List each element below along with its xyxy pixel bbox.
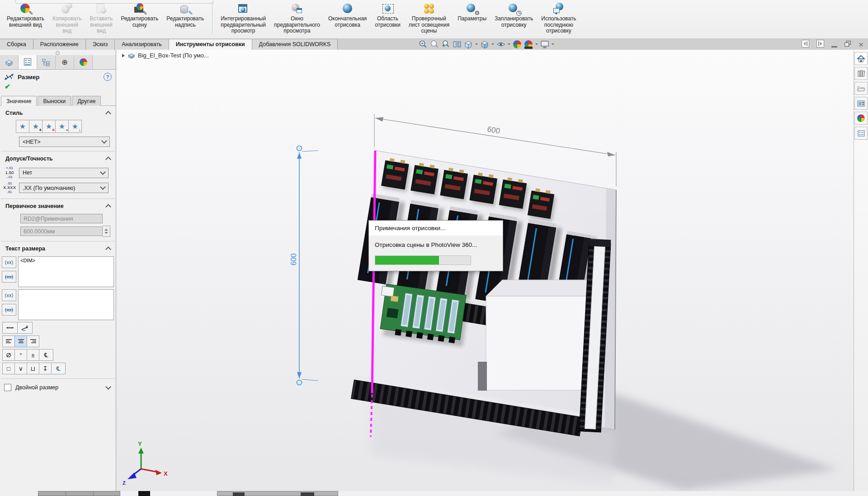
- tree-node-label[interactable]: Big_El_Box-Test (По умо...: [138, 52, 209, 59]
- schedule-render-button[interactable]: ◷ Запланировать отрисовку: [491, 2, 537, 29]
- section-view-icon[interactable]: [452, 39, 462, 49]
- apply-scene-icon[interactable]: [524, 39, 533, 49]
- dimension-handle-bottom[interactable]: [297, 380, 302, 385]
- dimension-text-main[interactable]: <DIM>: [18, 256, 114, 287]
- edit-appearance-button[interactable]: ✎ Редактировать внешний вид: [3, 2, 48, 29]
- dimension-text-section-header[interactable]: Текст размера: [0, 241, 116, 254]
- appearances-scenes-button[interactable]: [854, 112, 868, 125]
- style-section-header[interactable]: Стиль: [0, 106, 116, 118]
- value-stepper[interactable]: [103, 226, 110, 237]
- collapse-chevron-icon[interactable]: [105, 204, 111, 210]
- apply-scene-caret[interactable]: [535, 43, 538, 45]
- load-style-button[interactable]: ★↓: [68, 120, 82, 133]
- tab-solidworks-addins[interactable]: Добавления SOLIDWORKS: [252, 39, 338, 50]
- dimension-value-field[interactable]: [20, 227, 103, 236]
- panel-splitter-grip[interactable]: [0, 50, 116, 55]
- view-orientation-icon[interactable]: [463, 39, 473, 49]
- subtab-value[interactable]: Значение: [1, 96, 37, 106]
- collapse-left-pane-button[interactable]: [802, 40, 809, 49]
- tab-display-manager[interactable]: [74, 55, 93, 69]
- dimension-left-selected[interactable]: 600: [290, 146, 318, 385]
- restore-button[interactable]: [844, 41, 851, 49]
- depth-symbol-button[interactable]: ↧: [39, 363, 52, 374]
- close-button[interactable]: ×: [859, 42, 863, 48]
- dimension-text-secondary[interactable]: [18, 289, 114, 320]
- tolerance-dropdown[interactable]: Нет: [19, 168, 108, 178]
- centerline-symbol-button[interactable]: ℄: [39, 349, 53, 361]
- custom-properties-button[interactable]: [854, 127, 868, 140]
- edit-appearance-hud-icon[interactable]: [512, 39, 522, 49]
- edit-scene-button[interactable]: ✎ Редактировать сцену: [117, 2, 162, 29]
- tab-feature-manager[interactable]: [0, 55, 19, 69]
- tab-property-manager[interactable]: [19, 55, 37, 69]
- home-tab-button[interactable]: [854, 52, 868, 65]
- ok-checkmark[interactable]: ✔: [0, 82, 116, 94]
- delete-style-button[interactable]: ★×: [42, 120, 56, 133]
- countersink-symbol-button[interactable]: ∨: [14, 363, 27, 374]
- hide-show-caret[interactable]: [508, 43, 510, 45]
- tree-expand-arrow[interactable]: [122, 54, 125, 57]
- display-style-icon[interactable]: [480, 39, 490, 49]
- expand-right-pane-button[interactable]: [816, 40, 824, 49]
- render-progress-dialog[interactable]: Примечания отрисовки... Отрисовка сцены …: [368, 220, 503, 271]
- tab-sketch[interactable]: Эскиз: [86, 39, 115, 50]
- apply-default-style-button[interactable]: ★: [16, 120, 29, 133]
- tolerance-section-header[interactable]: Допуск/Точность: [0, 151, 116, 164]
- dual-dimension-checkbox[interactable]: [4, 384, 11, 391]
- degree-symbol-button[interactable]: °: [14, 349, 27, 361]
- dimension-left-label[interactable]: 600: [290, 253, 297, 265]
- minimize-button[interactable]: [831, 46, 837, 47]
- hide-show-items-icon[interactable]: [496, 39, 506, 49]
- dimension-top-label[interactable]: 600: [486, 125, 500, 135]
- tab-assembly[interactable]: Сборка: [0, 39, 33, 50]
- horizontal-text-button[interactable]: x: [2, 322, 18, 334]
- diameter-symbol-button[interactable]: Ø: [2, 349, 15, 361]
- tab-render-tools[interactable]: Инструменты отрисовки: [169, 39, 252, 50]
- justify-left-button[interactable]: [2, 335, 15, 347]
- dimension-handle-top[interactable]: [297, 146, 302, 151]
- scene-illumination-proof-button[interactable]: Проверочный лист освещения сцены: [405, 2, 453, 35]
- design-library-button[interactable]: [854, 67, 868, 80]
- plus-minus-symbol-button[interactable]: ±: [27, 349, 39, 361]
- primary-value-section-header[interactable]: Первичное значение: [0, 199, 116, 212]
- no-fit-text-button[interactable]: (xx): [2, 271, 16, 283]
- zoom-in-out-icon[interactable]: [441, 39, 451, 49]
- file-explorer-button[interactable]: [854, 82, 868, 95]
- final-render-button[interactable]: Окончательная отрисовка: [324, 2, 371, 29]
- tab-dimxpert-manager[interactable]: ⊕: [56, 55, 74, 69]
- zoom-fit-icon[interactable]: [418, 39, 428, 49]
- view-settings-icon[interactable]: [540, 39, 550, 49]
- fit-text-button-2[interactable]: (xx): [2, 289, 16, 301]
- integrated-preview-button[interactable]: Интегрированный предварительный просмотр: [217, 2, 270, 35]
- display-style-caret[interactable]: [491, 43, 494, 45]
- square-symbol-button[interactable]: □: [2, 363, 15, 374]
- expand-chevron-icon[interactable]: [105, 384, 111, 390]
- help-button[interactable]: ?: [104, 73, 112, 81]
- tab-evaluate[interactable]: Анализировать: [115, 39, 169, 50]
- justify-right-button[interactable]: [27, 335, 39, 347]
- save-style-button[interactable]: ★▪: [55, 120, 69, 133]
- more-symbols-button[interactable]: ℄: [51, 363, 66, 374]
- view-palette-button[interactable]: [854, 97, 868, 110]
- dimension-name-field[interactable]: [20, 214, 103, 223]
- recall-last-render-button[interactable]: ◂ Использовать последнюю отрисовку: [537, 2, 580, 35]
- subtab-leaders[interactable]: Выноски: [38, 96, 71, 106]
- precision-dropdown[interactable]: .XX (По умолчанию): [19, 183, 108, 193]
- collapse-chevron-icon[interactable]: [105, 156, 111, 162]
- style-dropdown[interactable]: <НЕТ>: [19, 137, 110, 147]
- preview-window-button[interactable]: Окно предварительного просмотра: [270, 2, 324, 35]
- no-fit-text-button-2[interactable]: (xx): [2, 304, 16, 316]
- view-settings-caret[interactable]: [552, 43, 554, 45]
- collapse-chevron-icon[interactable]: [105, 111, 111, 117]
- subtab-other[interactable]: Другие: [72, 96, 101, 106]
- options-button[interactable]: ⚙ Параметры: [453, 2, 491, 23]
- render-region-button[interactable]: Область отрисовки: [371, 2, 404, 29]
- tab-configuration-manager[interactable]: [37, 55, 56, 69]
- aligned-text-button[interactable]: x: [17, 322, 33, 334]
- edit-decal-button[interactable]: ✎ Редактировать надпись: [162, 2, 208, 29]
- justify-center-button[interactable]: [14, 335, 27, 347]
- collapse-chevron-icon[interactable]: [105, 246, 111, 252]
- view-orientation-caret[interactable]: [475, 43, 478, 45]
- zoom-area-icon[interactable]: [429, 39, 439, 49]
- counterbore-symbol-button[interactable]: ⊔: [27, 363, 39, 374]
